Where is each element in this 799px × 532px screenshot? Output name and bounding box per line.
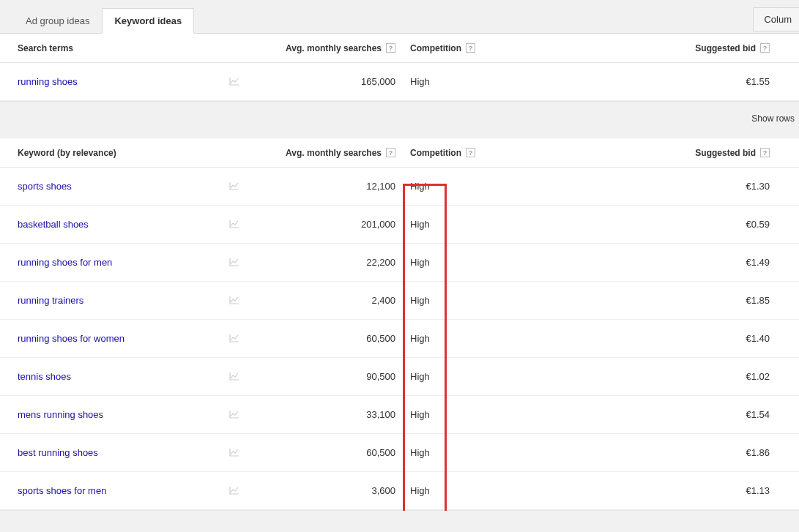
keyword-row: running trainers2,400High€1.85 (0, 282, 799, 320)
chart-icon[interactable] (229, 76, 239, 88)
search-term-link[interactable]: running shoes (0, 76, 220, 87)
keyword-competition: High (403, 485, 586, 496)
keyword-competition: High (403, 295, 586, 306)
keyword-planner-container: Ad group ideas Keyword ideas Colum Searc… (0, 0, 799, 511)
help-icon[interactable]: ? (386, 43, 395, 53)
keyword-searches: 3,600 (249, 485, 403, 496)
gap-row: Show rows (0, 102, 799, 138)
keyword-bid: €1.85 (586, 295, 799, 306)
chart-icon[interactable] (229, 295, 239, 307)
keyword-row: basketball shoes201,000High€0.59 (0, 206, 799, 244)
keyword-searches: 60,500 (249, 447, 403, 458)
chart-icon[interactable] (229, 219, 239, 231)
header-avg-searches-2[interactable]: Avg. monthly searches ? (249, 148, 403, 158)
keyword-bid: €0.59 (586, 219, 799, 230)
keyword-link[interactable]: tennis shoes (0, 371, 220, 382)
help-icon[interactable]: ? (760, 148, 770, 157)
chart-icon[interactable] (229, 181, 239, 192)
keyword-link[interactable]: mens running shoes (0, 409, 220, 420)
chart-icon[interactable] (229, 371, 239, 383)
header-competition-label-2: Competition (410, 148, 461, 158)
header-competition[interactable]: Competition ? (403, 43, 586, 53)
columns-button[interactable]: Colum (753, 7, 799, 31)
keyword-bid: €1.40 (586, 333, 799, 344)
keyword-searches: 33,100 (249, 409, 403, 420)
header-suggested-bid[interactable]: Suggested bid ? (586, 43, 799, 53)
keyword-bid: €1.13 (586, 485, 799, 496)
header-keyword[interactable]: Keyword (by relevance) (0, 148, 220, 158)
keyword-row: running shoes for women60,500High€1.40 (0, 320, 799, 358)
keyword-link[interactable]: sports shoes (0, 181, 220, 192)
keyword-row: running shoes for men22,200High€1.49 (0, 244, 799, 282)
chart-icon[interactable] (229, 257, 239, 269)
header-avg-searches[interactable]: Avg. monthly searches ? (249, 43, 403, 53)
search-term-row: running shoes 165,000 High €1.55 (0, 63, 799, 101)
keyword-bid: €1.86 (586, 447, 799, 458)
header-competition-2[interactable]: Competition ? (403, 148, 586, 158)
search-terms-panel: Search terms Avg. monthly searches ? Com… (0, 34, 799, 102)
keyword-row: tennis shoes90,500High€1.02 (0, 358, 799, 396)
help-icon[interactable]: ? (466, 43, 475, 53)
keyword-competition: High (403, 447, 586, 458)
help-icon[interactable]: ? (760, 43, 770, 53)
chart-icon[interactable] (229, 447, 239, 459)
keyword-searches: 60,500 (249, 333, 403, 344)
keyword-bid: €1.30 (586, 181, 799, 192)
keyword-bid: €1.54 (586, 409, 799, 420)
keyword-row: sports shoes for men3,600High€1.13 (0, 472, 799, 510)
tabs-bar: Ad group ideas Keyword ideas Colum (0, 0, 799, 34)
keyword-competition: High (403, 219, 586, 230)
keyword-bid: €1.02 (586, 371, 799, 382)
help-icon[interactable]: ? (466, 148, 475, 157)
keyword-ideas-header: Keyword (by relevance) Avg. monthly sear… (0, 138, 799, 168)
help-icon[interactable]: ? (386, 148, 395, 157)
keyword-link[interactable]: running shoes for men (0, 257, 220, 268)
chart-icon[interactable] (229, 409, 239, 421)
keyword-searches: 12,100 (249, 181, 403, 192)
keyword-link[interactable]: basketball shoes (0, 219, 220, 230)
keyword-link[interactable]: running trainers (0, 295, 220, 306)
keyword-link[interactable]: best running shoes (0, 447, 220, 458)
keyword-competition: High (403, 257, 586, 268)
keyword-competition: High (403, 181, 586, 192)
search-terms-header: Search terms Avg. monthly searches ? Com… (0, 34, 799, 63)
search-term-bid: €1.55 (586, 76, 799, 87)
keyword-row: best running shoes60,500High€1.86 (0, 434, 799, 472)
keyword-link[interactable]: running shoes for women (0, 333, 220, 344)
chart-icon[interactable] (229, 485, 239, 497)
show-rows-label[interactable]: Show rows (751, 113, 795, 124)
keyword-competition: High (403, 371, 586, 382)
header-suggested-bid-label: Suggested bid (695, 43, 756, 53)
keyword-competition: High (403, 409, 586, 420)
keyword-bid: €1.49 (586, 257, 799, 268)
keyword-searches: 201,000 (249, 219, 403, 230)
keyword-searches: 90,500 (249, 371, 403, 382)
tab-ad-group-ideas[interactable]: Ad group ideas (13, 8, 102, 34)
search-term-competition: High (403, 76, 586, 87)
header-suggested-bid-2[interactable]: Suggested bid ? (586, 148, 799, 158)
header-competition-label: Competition (410, 43, 461, 53)
keyword-row: sports shoes12,100High€1.30 (0, 168, 799, 206)
header-avg-searches-label-2: Avg. monthly searches (286, 148, 382, 158)
search-term-searches: 165,000 (249, 76, 403, 87)
keyword-link[interactable]: sports shoes for men (0, 485, 220, 496)
keyword-searches: 22,200 (249, 257, 403, 268)
header-suggested-bid-label-2: Suggested bid (695, 148, 756, 158)
keyword-competition: High (403, 333, 586, 344)
keyword-ideas-panel: Keyword (by relevance) Avg. monthly sear… (0, 138, 799, 511)
tab-keyword-ideas[interactable]: Keyword ideas (102, 8, 194, 34)
chart-icon[interactable] (229, 333, 239, 345)
keyword-row: mens running shoes33,100High€1.54 (0, 396, 799, 434)
header-search-terms[interactable]: Search terms (0, 43, 220, 53)
header-avg-searches-label: Avg. monthly searches (286, 43, 382, 53)
keyword-searches: 2,400 (249, 295, 403, 306)
